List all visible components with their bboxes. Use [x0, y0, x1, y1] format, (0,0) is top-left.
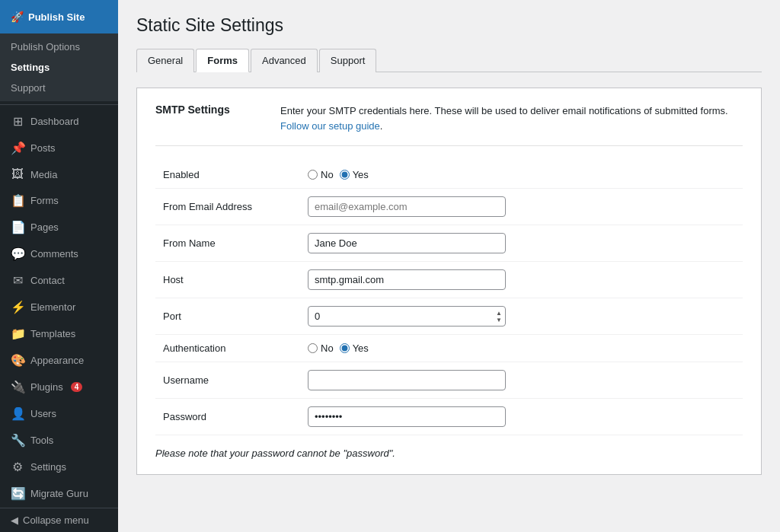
sidebar-item-comments[interactable]: 💬 Comments: [0, 241, 118, 267]
enabled-yes-label[interactable]: Yes: [340, 169, 369, 180]
port-down-button[interactable]: ▼: [495, 317, 503, 323]
smtp-setup-link[interactable]: Follow our setup guide: [280, 120, 380, 132]
username-input[interactable]: [308, 370, 506, 390]
smtp-description-text: Enter your SMTP credentials here. These …: [280, 105, 728, 116]
sidebar-item-forms[interactable]: 📋 Forms: [0, 187, 118, 214]
auth-no-radio[interactable]: [308, 343, 318, 353]
posts-icon: 📌: [11, 141, 24, 155]
password-control: [308, 406, 743, 427]
tab-support[interactable]: Support: [319, 49, 377, 72]
port-up-button[interactable]: ▲: [495, 310, 503, 316]
enabled-no-label[interactable]: No: [308, 169, 334, 180]
host-control: [308, 269, 743, 290]
auth-no-text: No: [321, 342, 334, 354]
sidebar-item-users[interactable]: 👤 Users: [0, 400, 118, 427]
comments-icon: 💬: [11, 247, 24, 261]
footer-note: Please note that your password cannot be…: [155, 448, 743, 459]
sidebar-item-appearance[interactable]: 🎨 Appearance: [0, 347, 118, 374]
templates-icon: 📁: [11, 327, 24, 341]
sidebar-top: 🚀 Publish Site: [0, 0, 118, 33]
sidebar-item-label: Migrate Guru: [30, 488, 88, 499]
port-control: ▲ ▼: [308, 306, 743, 327]
sidebar-item-label: Posts: [30, 142, 56, 154]
collapse-label: Collapse menu: [23, 514, 89, 526]
form-row-port: Port ▲ ▼: [155, 298, 743, 335]
plugins-icon: 🔌: [11, 380, 24, 394]
enabled-no-text: No: [321, 169, 334, 180]
dashboard-icon: ⊞: [11, 114, 24, 129]
sidebar-item-label: Settings: [30, 461, 66, 473]
authentication-label: Authentication: [155, 342, 308, 354]
sidebar-item-label: Dashboard: [30, 116, 79, 127]
host-label: Host: [155, 274, 308, 285]
sidebar-item-posts[interactable]: 📌 Posts: [0, 135, 118, 161]
sidebar-item-settings[interactable]: Settings: [0, 57, 118, 78]
sidebar-publish-site[interactable]: 🚀 Publish Site: [8, 6, 110, 27]
enabled-yes-radio[interactable]: [340, 170, 350, 180]
sidebar-item-label: Forms: [30, 195, 59, 206]
sidebar-item-label: Pages: [30, 221, 59, 233]
settings-panel: SMTP Settings Enter your SMTP credential…: [136, 88, 762, 475]
auth-yes-label[interactable]: Yes: [340, 342, 369, 354]
sidebar: 🚀 Publish Site Publish Options Settings …: [0, 0, 118, 532]
form-row-host: Host: [155, 262, 743, 298]
auth-no-label[interactable]: No: [308, 342, 334, 354]
sidebar-item-label: Elementor: [30, 301, 75, 313]
port-label: Port: [155, 311, 308, 322]
authentication-control: No Yes: [308, 342, 743, 354]
form-row-username: Username: [155, 362, 743, 399]
sidebar-publish-section: Publish Options Settings Support: [0, 33, 118, 101]
tools-icon: 🔧: [11, 433, 24, 448]
migrate-guru-icon: 🔄: [11, 486, 24, 501]
sidebar-item-tools[interactable]: 🔧 Tools: [0, 427, 118, 454]
plugins-badge: 4: [71, 382, 83, 392]
forms-icon: 📋: [11, 193, 24, 208]
sidebar-top-label: Publish Site: [28, 11, 85, 23]
authentication-radio-group: No Yes: [308, 342, 369, 354]
sidebar-item-elementor[interactable]: ⚡ Elementor: [0, 294, 118, 320]
sidebar-item-label: Plugins: [30, 381, 63, 393]
enabled-control: No Yes: [308, 169, 743, 180]
sidebar-item-plugins[interactable]: 🔌 Plugins 4: [0, 374, 118, 400]
password-input[interactable]: [308, 406, 506, 427]
username-control: [308, 370, 743, 390]
page-title: Static Site Settings: [136, 15, 762, 36]
auth-yes-radio[interactable]: [340, 343, 350, 353]
sidebar-item-contact[interactable]: ✉ Contact: [0, 267, 118, 294]
host-input[interactable]: [308, 269, 506, 290]
sidebar-item-migrate-guru[interactable]: 🔄 Migrate Guru: [0, 480, 118, 507]
sidebar-item-label: Appearance: [30, 355, 84, 366]
from-name-input[interactable]: [308, 233, 506, 253]
sidebar-item-settings-nav[interactable]: ⚙ Settings: [0, 454, 118, 480]
from-email-control: [308, 196, 743, 217]
sidebar-item-label: Comments: [30, 248, 78, 260]
sidebar-item-label: Templates: [30, 328, 75, 339]
form-row-enabled: Enabled No Yes: [155, 161, 743, 189]
sidebar-item-templates[interactable]: 📁 Templates: [0, 320, 118, 347]
sidebar-item-label: Tools: [30, 435, 53, 446]
tab-advanced[interactable]: Advanced: [251, 49, 318, 72]
sidebar-item-label: Contact: [30, 275, 65, 286]
settings-nav-icon: ⚙: [11, 460, 24, 474]
sidebar-item-label: Media: [30, 169, 57, 180]
media-icon: 🖼: [11, 167, 24, 181]
tab-general[interactable]: General: [136, 49, 194, 72]
enabled-yes-text: Yes: [353, 169, 369, 180]
enabled-label: Enabled: [155, 169, 308, 180]
port-input[interactable]: [308, 306, 506, 327]
tab-forms[interactable]: Forms: [196, 49, 249, 72]
sidebar-item-media[interactable]: 🖼 Media: [0, 161, 118, 187]
from-email-input[interactable]: [308, 196, 506, 217]
port-arrows: ▲ ▼: [495, 310, 503, 323]
sidebar-item-dashboard[interactable]: ⊞ Dashboard: [0, 108, 118, 135]
enabled-no-radio[interactable]: [308, 170, 318, 180]
sidebar-item-pages[interactable]: 📄 Pages: [0, 214, 118, 241]
smtp-header: SMTP Settings Enter your SMTP credential…: [155, 104, 743, 146]
sidebar-item-publish-options[interactable]: Publish Options: [0, 37, 118, 57]
smtp-description: Enter your SMTP credentials here. These …: [280, 104, 728, 133]
collapse-menu-button[interactable]: ◀ Collapse menu: [0, 508, 118, 532]
sidebar-item-label: Users: [30, 408, 56, 419]
auth-yes-text: Yes: [353, 342, 369, 354]
from-name-label: From Name: [155, 237, 308, 249]
sidebar-item-support[interactable]: Support: [0, 78, 118, 98]
